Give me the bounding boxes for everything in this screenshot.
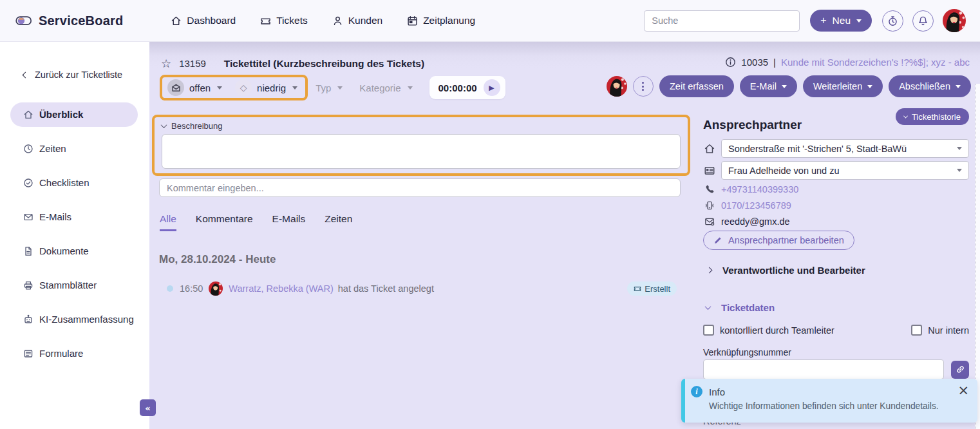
section-label: Verantwortliche und Bearbeiter bbox=[722, 265, 865, 276]
sidebar-item-label: Checklisten bbox=[39, 177, 90, 188]
mobile-link[interactable]: 0170/123456789 bbox=[721, 200, 791, 211]
nav-kunden[interactable]: Kunden bbox=[332, 15, 382, 26]
tab-zeiten[interactable]: Zeiten bbox=[325, 213, 352, 231]
nav-dashboard[interactable]: Dashboard bbox=[171, 15, 236, 26]
tab-kommentare[interactable]: Kommentare bbox=[196, 213, 253, 231]
button-label: E-Mail bbox=[750, 81, 777, 91]
checkbox-label: Nur intern bbox=[928, 325, 969, 336]
button-label: Tickethistorie bbox=[912, 112, 961, 122]
home-icon bbox=[703, 143, 716, 155]
contact-person-select[interactable]: Frau Adelheide von und zu bbox=[721, 161, 969, 180]
chain-link-icon bbox=[956, 365, 965, 374]
sidebar-item-label: Überblick bbox=[39, 109, 83, 120]
calendar-icon bbox=[407, 15, 418, 26]
sidebar-item-dokumente[interactable]: Dokumente bbox=[0, 234, 149, 268]
description-textarea[interactable] bbox=[162, 134, 681, 169]
customer-link[interactable]: Kunde mit Sonderzeichen's !?%$]; xyz - a… bbox=[781, 57, 970, 68]
description-section: Beschreibung bbox=[152, 115, 690, 176]
phone-icon bbox=[703, 184, 716, 195]
sidebar-item-zeiten[interactable]: Zeiten bbox=[0, 131, 149, 166]
favorite-star-icon[interactable]: ☆ bbox=[161, 57, 171, 70]
forward-button[interactable]: Weiterleiten bbox=[803, 75, 883, 97]
email-button[interactable]: E-Mail bbox=[740, 75, 797, 97]
scrollbar[interactable] bbox=[975, 84, 980, 429]
nav-zeitplanung[interactable]: Zeitplanung bbox=[407, 15, 475, 26]
chevron-right-icon bbox=[706, 267, 713, 274]
chevron-down-icon bbox=[782, 85, 787, 88]
entry-badge: Erstellt bbox=[627, 281, 677, 296]
user-avatar[interactable] bbox=[943, 9, 966, 32]
priority-dropdown[interactable]: ◇ niedrig bbox=[235, 79, 297, 96]
bell-icon bbox=[918, 15, 928, 26]
sidebar-item-label: Dokumente bbox=[39, 245, 89, 256]
new-button-label: Neu bbox=[833, 15, 851, 26]
edit-contact-button[interactable]: Ansprechpartner bearbeiten bbox=[703, 231, 854, 250]
info-icon[interactable] bbox=[725, 57, 736, 68]
sidebar-item-stammblaetter[interactable]: Stammblätter bbox=[0, 268, 149, 302]
close-icon[interactable]: × bbox=[957, 384, 969, 397]
timeline-entry: 16:50 Warratz, Rebekka (WAR) hat das Tic… bbox=[159, 281, 677, 296]
app-title: ServiceBoard bbox=[39, 14, 123, 28]
ticket-history-button[interactable]: Tickethistorie bbox=[896, 108, 969, 125]
sidebar-item-ki-zusammenfassung[interactable]: KI-Zusammenfassung bbox=[0, 302, 149, 336]
sidebar-collapse-button[interactable]: « bbox=[140, 399, 156, 416]
entry-action-text: hat das Ticket angelegt bbox=[338, 283, 434, 294]
info-icon: i bbox=[691, 386, 702, 397]
sidebar-item-formulare[interactable]: Formulare bbox=[0, 336, 149, 370]
sidebar: Zurück zur Ticketliste Überblick Zeiten … bbox=[0, 42, 149, 429]
sidebar-item-emails[interactable]: E-Mails bbox=[0, 200, 149, 234]
link-number-input[interactable] bbox=[703, 359, 944, 379]
sidebar-item-label: Stammblätter bbox=[39, 280, 97, 291]
envelope-open-icon bbox=[167, 79, 184, 96]
document-icon bbox=[23, 246, 33, 256]
plus-icon: + bbox=[820, 15, 826, 26]
teamleiter-checkbox[interactable] bbox=[703, 325, 714, 336]
sidebar-item-checklisten[interactable]: Checklisten bbox=[0, 166, 149, 200]
record-time-button[interactable]: Zeit erfassen bbox=[659, 75, 734, 97]
nav-label: Kunden bbox=[348, 15, 382, 26]
ticketdata-section-toggle[interactable]: Ticketdaten bbox=[706, 302, 775, 313]
assignee-avatar[interactable] bbox=[607, 76, 627, 97]
phone-link[interactable]: +49731140399330 bbox=[721, 184, 798, 195]
address-select[interactable]: Sonderstraße mit '-Strichen' 5, Stadt-Ba… bbox=[721, 139, 969, 158]
section-label: Ticketdaten bbox=[721, 302, 775, 313]
button-label: Ansprechpartner bearbeiten bbox=[728, 235, 844, 245]
mobile-phone-icon bbox=[703, 200, 716, 211]
timer-quick-button[interactable] bbox=[882, 10, 903, 32]
new-button[interactable]: + Neu bbox=[810, 10, 872, 32]
back-to-ticketlist[interactable]: Zurück zur Ticketliste bbox=[23, 70, 149, 80]
category-dropdown[interactable]: Kategorie bbox=[359, 82, 412, 93]
more-actions-button[interactable] bbox=[633, 76, 654, 97]
close-ticket-button[interactable]: Abschließen bbox=[889, 75, 971, 97]
priority-value: niedrig bbox=[257, 82, 286, 93]
nur-intern-checkbox[interactable] bbox=[911, 325, 922, 336]
responsible-section-toggle[interactable]: Verantwortliche und Bearbeiter bbox=[707, 265, 865, 276]
app-logo[interactable]: ServiceBoard bbox=[15, 14, 123, 28]
chevron-left-icon bbox=[23, 72, 29, 78]
tab-emails[interactable]: E-Mails bbox=[272, 213, 306, 231]
category-label: Kategorie bbox=[359, 82, 400, 93]
customer-id: 10035 bbox=[741, 57, 768, 68]
clock-icon bbox=[23, 144, 33, 154]
home-icon bbox=[23, 110, 33, 120]
contact-heading: Ansprechpartner bbox=[703, 118, 802, 132]
link-number-label: Verknüpfungsnummer bbox=[703, 347, 791, 358]
nav-tickets[interactable]: Tickets bbox=[260, 15, 308, 26]
type-dropdown[interactable]: Typ bbox=[316, 82, 343, 93]
email-value[interactable]: reeddy@gmx.de bbox=[721, 216, 790, 227]
status-dropdown[interactable]: offen bbox=[167, 79, 222, 96]
button-label: Zeit erfassen bbox=[670, 81, 724, 91]
comment-input[interactable] bbox=[159, 178, 681, 197]
check-circle-icon bbox=[23, 178, 33, 188]
tab-alle[interactable]: Alle bbox=[160, 213, 176, 231]
chevron-down-icon bbox=[957, 147, 962, 150]
sidebar-item-ueberblick[interactable]: Überblick bbox=[10, 102, 138, 127]
notifications-button[interactable] bbox=[912, 10, 934, 32]
button-label: Abschließen bbox=[899, 81, 950, 91]
ticket-icon bbox=[260, 15, 271, 26]
entry-user-link[interactable]: Warratz, Rebekka (WAR) bbox=[229, 283, 333, 294]
search-input[interactable] bbox=[644, 10, 800, 32]
link-button[interactable] bbox=[951, 361, 969, 379]
play-button[interactable]: ▶ bbox=[484, 79, 500, 96]
description-toggle[interactable]: Beschreibung bbox=[162, 121, 681, 131]
